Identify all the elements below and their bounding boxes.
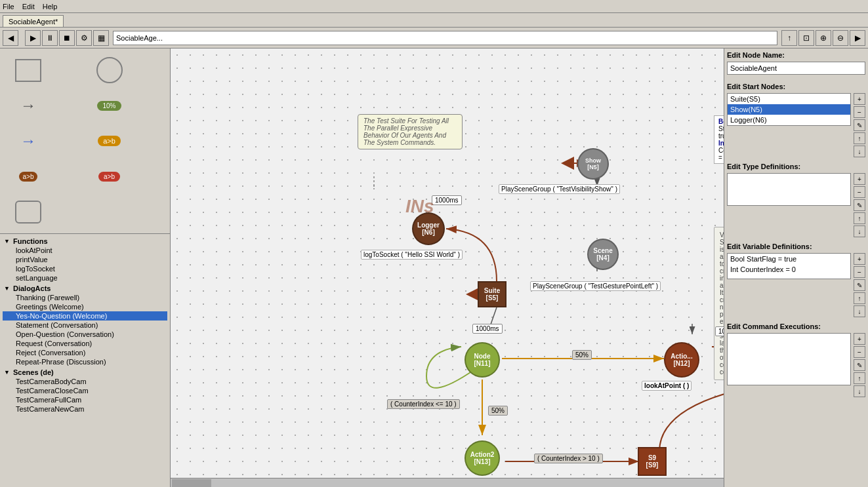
tree-item-yesnoquestion[interactable]: Yes-No-Question (Welcome) — [3, 311, 167, 321]
shape-percent[interactable]: 10% — [87, 89, 133, 122]
tree-item-openquestion[interactable]: Open-Question (Conversation) — [3, 330, 167, 339]
shape-a2b-red[interactable]: a>b — [87, 160, 133, 193]
down-var-def-button[interactable]: ↓ — [854, 305, 865, 317]
remove-start-node-button[interactable]: − — [854, 106, 865, 118]
hscroll-thumb[interactable] — [172, 479, 211, 487]
tree-item-reject[interactable]: Reject (Conversation) — [3, 348, 167, 357]
shape-ms[interactable]: a>b — [5, 160, 51, 193]
tree-item-printvalue[interactable]: printValue — [3, 255, 167, 264]
edit-type-def-button[interactable]: ✎ — [854, 199, 865, 211]
shape-arrow-blue[interactable]: → — [5, 125, 51, 157]
tree-item-setlanguage[interactable]: setLanguage — [3, 273, 167, 282]
tree-section-functions: ▼ Functions lookAtPoint printValue logTo… — [3, 237, 167, 282]
edit-start-node-button[interactable]: ✎ — [854, 119, 865, 131]
edit-node-name-label: Edit Node Name: — [727, 51, 865, 59]
nav-left-button[interactable]: ◀ — [3, 30, 18, 46]
command-executions-list — [727, 333, 851, 385]
tree-header-scenes[interactable]: ▼ Scenes (de) — [3, 368, 167, 377]
edit-variable-definitions-label: Edit Variable Definitions: — [727, 243, 865, 250]
expand-scenes-icon: ▼ — [4, 369, 12, 376]
shape-circle[interactable] — [87, 54, 133, 87]
camera-button[interactable]: ⊡ — [798, 30, 814, 46]
canvas[interactable]: The Test Suite For Testing All The Paral… — [171, 49, 724, 487]
remove-var-def-button[interactable]: − — [854, 266, 865, 278]
edit-var-def-button[interactable]: ✎ — [854, 279, 865, 291]
up-type-def-button[interactable]: ↑ — [854, 212, 865, 224]
var-def-buttons: + − ✎ ↑ ↓ — [854, 253, 865, 317]
menu-file[interactable]: File — [3, 3, 14, 10]
edit-command-executions-label: Edit Command Executions: — [727, 322, 865, 330]
remove-cmd-exec-button[interactable]: − — [854, 346, 865, 358]
horizontal-scrollbar[interactable] — [171, 478, 724, 487]
start-node-logger[interactable]: Logger(N6) — [728, 115, 850, 125]
node-N5[interactable]: Show [N5] — [577, 148, 609, 180]
zoom-out-button[interactable]: ⊖ — [833, 30, 848, 46]
node-N11[interactable]: Node [N11] — [465, 342, 500, 378]
node-S5[interactable]: Suite [S5] — [478, 281, 506, 307]
node-N12[interactable]: Actio... [N12] — [664, 342, 699, 378]
tree-item-lookatpoint[interactable]: lookAtPoint — [3, 246, 167, 255]
tree-item-greetings[interactable]: Greetings (Welcome) — [3, 302, 167, 311]
play-button[interactable]: ▶ — [25, 30, 41, 46]
start-node-suite[interactable]: Suite(S5) — [728, 94, 850, 104]
edit-cmd-exec-button[interactable]: ✎ — [854, 359, 865, 371]
tree-item-cameranewcam[interactable]: TestCameraNewCam — [3, 404, 167, 414]
tree-header-functions[interactable]: ▼ Functions — [3, 237, 167, 246]
tree-item-camerabodycam[interactable]: TestCameraBodyCam — [3, 377, 167, 386]
up-start-node-button[interactable]: ↑ — [854, 132, 865, 144]
remove-type-def-button[interactable]: − — [854, 186, 865, 198]
menu-help[interactable]: Help — [43, 3, 58, 10]
tree-header-dialogacts[interactable]: ▼ DialogActs — [3, 284, 167, 293]
down-start-node-button[interactable]: ↓ — [854, 146, 865, 157]
shape-arrow-right[interactable]: → — [5, 89, 51, 122]
settings-button[interactable]: ⚙ — [76, 30, 92, 46]
tree-item-logtosocket[interactable]: logToSocket — [3, 264, 167, 273]
add-cmd-exec-button[interactable]: + — [854, 333, 865, 345]
edit-type-definitions-label: Edit Type Definitions: — [727, 163, 865, 170]
nav-right-button[interactable]: ▶ — [850, 30, 865, 46]
int-line2: Int Int CounterIndex = 0 — [718, 140, 724, 161]
ms-badge-n11: 1000ms — [472, 324, 503, 334]
upload-button[interactable]: ↑ — [781, 30, 797, 46]
start-node-show[interactable]: Show(N5) — [728, 104, 850, 115]
add-type-def-button[interactable]: + — [854, 173, 865, 185]
menubar: File Edit Help — [0, 0, 868, 13]
shape-a2b-yellow[interactable]: a>b — [87, 125, 133, 157]
canvas-area[interactable]: The Test Suite For Testing All The Paral… — [171, 49, 724, 487]
shape-rectangle[interactable] — [5, 54, 51, 87]
var-def-boolflag[interactable]: Bool StartFlag = true — [728, 254, 850, 264]
shape-speech-bubble[interactable] — [5, 195, 51, 228]
name-input[interactable] — [113, 31, 777, 45]
tab-sociable-agent[interactable]: SociableAgent* — [3, 15, 64, 27]
node-N13[interactable]: Action2 [N13] — [465, 440, 500, 476]
up-cmd-exec-button[interactable]: ↑ — [854, 372, 865, 384]
down-cmd-exec-button[interactable]: ↓ — [854, 385, 865, 397]
up-var-def-button[interactable]: ↑ — [854, 292, 865, 304]
down-type-def-button[interactable]: ↓ — [854, 225, 865, 237]
add-start-node-button[interactable]: + — [854, 93, 865, 105]
var-def-counterindex[interactable]: Int CounterIndex = 0 — [728, 264, 850, 275]
ms-badge-n12: 1000ms — [715, 326, 724, 336]
node-N6[interactable]: Logger [N6] — [412, 212, 445, 245]
stop-button[interactable]: ⏹ — [59, 30, 75, 46]
tree-item-thanking[interactable]: Thanking (Farewell) — [3, 293, 167, 302]
expand-dialogacts-icon: ▼ — [4, 285, 12, 292]
toolbar: ◀ ▶ ⏸ ⏹ ⚙ ▦ ↑ ⊡ ⊕ ⊖ ▶ — [0, 28, 868, 49]
tree-item-request[interactable]: Request (Conversation) — [3, 339, 167, 348]
grid-button[interactable]: ▦ — [93, 30, 109, 46]
ins-label: INs — [405, 196, 434, 217]
node-N4[interactable]: Scene [N4] — [587, 239, 619, 270]
tree-item-repeatphrase[interactable]: Repeat-Phrase (Discussion) — [3, 357, 167, 366]
node-S9[interactable]: S9 [S9] — [638, 447, 667, 476]
zoom-in-button[interactable]: ⊕ — [816, 30, 831, 46]
tree-item-camerafullcam[interactable]: TestCameraFullCam — [3, 395, 167, 404]
tree-section-dialogacts: ▼ DialogActs Thanking (Farewell) Greetin… — [3, 284, 167, 366]
edit-variable-definitions-section: Edit Variable Definitions: Bool StartFla… — [727, 243, 865, 317]
tree-item-statement[interactable]: Statement (Conversation) — [3, 321, 167, 330]
tree-item-cameraclosecam[interactable]: TestCameraCloseCam — [3, 386, 167, 395]
add-var-def-button[interactable]: + — [854, 253, 865, 265]
description-text: The Test Suite For Testing All The Paral… — [358, 114, 463, 149]
menu-edit[interactable]: Edit — [22, 3, 35, 10]
node-name-input[interactable] — [727, 62, 865, 75]
pause-button[interactable]: ⏸ — [42, 30, 58, 46]
